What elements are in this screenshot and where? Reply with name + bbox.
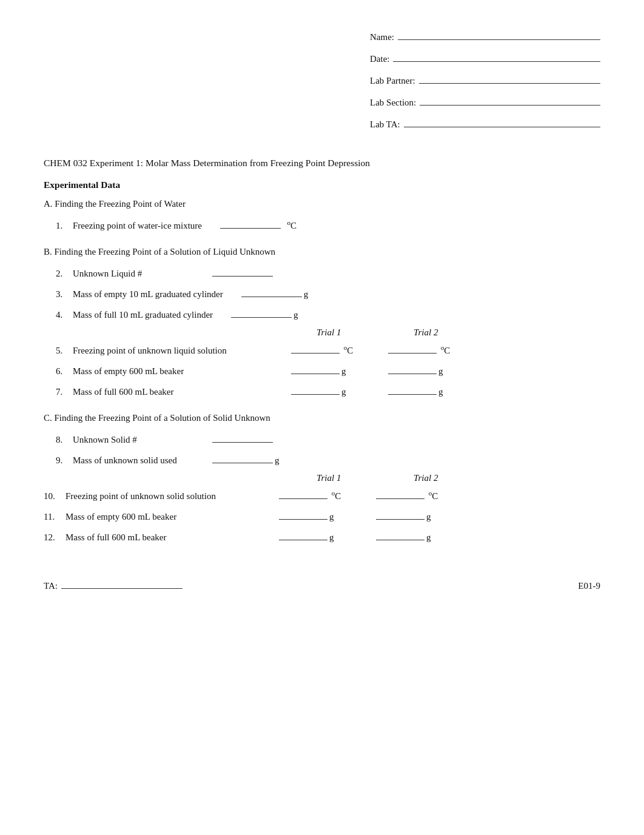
item2-blank[interactable] <box>212 266 273 277</box>
item11-trial2-blank[interactable] <box>376 509 424 520</box>
item1-blank[interactable] <box>220 218 281 229</box>
item1-row: 1. Freezing point of water-ice mixture o… <box>44 218 600 231</box>
item4-blank[interactable] <box>231 307 292 318</box>
lab-section-blank[interactable] <box>420 95 600 106</box>
item12-trial2-blank[interactable] <box>376 529 424 540</box>
item11-label: Mass of empty 600 mL beaker <box>65 512 279 522</box>
main-title: CHEM 032 Experiment 1: Molar Mass Determ… <box>44 158 600 169</box>
item6-num: 6. <box>56 366 73 377</box>
item10-fields: oC oC <box>279 488 473 501</box>
item10-num: 10. <box>44 491 65 501</box>
item3-blank[interactable] <box>241 286 302 297</box>
item1-unit: oC <box>283 219 297 231</box>
item7-row: 7. Mass of full 600 mL beaker g g <box>44 384 600 397</box>
lab-partner-blank[interactable] <box>419 73 600 84</box>
item6-trial2-field: g <box>388 363 485 377</box>
item1-num: 1. <box>56 221 73 231</box>
item9-blank[interactable] <box>212 452 273 463</box>
item10-label: Freezing point of unknown solid solution <box>65 491 279 501</box>
item6-trial1-field: g <box>291 363 388 377</box>
item11-num: 11. <box>44 512 65 522</box>
item12-trial2-field: g <box>376 529 473 543</box>
item6-trial1-unit: g <box>341 366 346 377</box>
item6-trial2-blank[interactable] <box>388 363 437 374</box>
date-blank[interactable] <box>393 51 600 62</box>
item7-num: 7. <box>56 387 73 397</box>
item4-num: 4. <box>56 310 73 320</box>
item12-trial1-field: g <box>279 529 376 543</box>
item4-label: Mass of full 10 mL graduated cylinder <box>73 310 213 320</box>
item11-fields: g g <box>279 509 473 522</box>
item10-trial2-blank[interactable] <box>376 488 424 499</box>
item5-trial1-blank[interactable] <box>291 343 340 354</box>
name-field-row: Name: <box>370 29 600 42</box>
section-b-trial1-label: Trial 1 <box>317 327 414 338</box>
item5-trial2-field: oC <box>388 343 485 356</box>
lab-section-label: Lab Section: <box>370 98 416 108</box>
title-bold: CHEM 032 Experiment 1 <box>44 158 141 168</box>
date-field-row: Date: <box>370 51 600 64</box>
lab-ta-field-row: Lab TA: <box>370 116 600 130</box>
item9-row: 9. Mass of unknown solid used g <box>44 452 600 466</box>
header-fields: Name: Date: Lab Partner: Lab Section: La… <box>44 29 600 138</box>
item5-row: 5. Freezing point of unknown liquid solu… <box>44 343 600 356</box>
lab-section-field-row: Lab Section: <box>370 95 600 108</box>
lab-ta-blank[interactable] <box>404 116 600 127</box>
item7-trial1-blank[interactable] <box>291 384 340 395</box>
item11-trial2-field: g <box>376 509 473 522</box>
item12-row: 12. Mass of full 600 mL beaker g g <box>44 529 600 543</box>
section-b-trial-header: Trial 1 Trial 2 <box>44 327 600 338</box>
section-c-trial1-label: Trial 1 <box>317 473 414 483</box>
title-normal: : Molar Mass Determination from Freezing… <box>141 158 370 168</box>
section-c-title: C. Finding the Freezing Point of a Solut… <box>44 413 600 423</box>
lab-partner-label: Lab Partner: <box>370 76 415 86</box>
footer-ta-label: TA: <box>44 581 58 591</box>
item2-fields <box>212 266 273 277</box>
item7-trial2-field: g <box>388 384 485 397</box>
item10-trial1-field: oC <box>279 488 376 501</box>
item5-trial2-blank[interactable] <box>388 343 437 354</box>
item8-row: 8. Unknown Solid # <box>44 432 600 445</box>
lab-ta-label: Lab TA: <box>370 119 400 130</box>
lab-partner-field-row: Lab Partner: <box>370 73 600 86</box>
name-blank[interactable] <box>398 29 600 40</box>
item1-fields: oC <box>220 218 297 231</box>
footer-ta-blank[interactable] <box>61 578 183 589</box>
item10-trial1-blank[interactable] <box>279 488 327 499</box>
item7-label: Mass of full 600 mL beaker <box>73 387 291 397</box>
item5-label: Freezing point of unknown liquid solutio… <box>73 346 291 356</box>
item7-trial2-unit: g <box>438 387 443 397</box>
item3-label: Mass of empty 10 mL graduated cylinder <box>73 289 223 300</box>
date-label: Date: <box>370 54 389 64</box>
item12-trial1-blank[interactable] <box>279 529 327 540</box>
item3-row: 3. Mass of empty 10 mL graduated cylinde… <box>44 286 600 300</box>
item11-trial1-field: g <box>279 509 376 522</box>
section-a-title: A. Finding the Freezing Point of Water <box>44 199 600 209</box>
item6-fields: g g <box>291 363 485 377</box>
footer-ta-row: TA: <box>44 578 183 591</box>
item7-trial2-blank[interactable] <box>388 384 437 395</box>
item4-row: 4. Mass of full 10 mL graduated cylinder… <box>44 307 600 320</box>
item5-trial1-unit: oC <box>341 344 353 356</box>
item5-num: 5. <box>56 346 73 356</box>
item3-unit: g <box>304 289 309 300</box>
experimental-data-heading: Experimental Data <box>44 179 600 190</box>
item9-unit: g <box>275 455 280 466</box>
item5-trial2-unit: oC <box>438 344 450 356</box>
item8-blank[interactable] <box>212 432 273 443</box>
item3-num: 3. <box>56 289 73 300</box>
item12-trial1-unit: g <box>329 532 334 543</box>
item9-num: 9. <box>56 455 73 466</box>
item5-fields: oC oC <box>291 343 485 356</box>
item6-trial1-blank[interactable] <box>291 363 340 374</box>
item3-fields: g <box>241 286 309 300</box>
item12-label: Mass of full 600 mL beaker <box>65 532 279 543</box>
item9-label: Mass of unknown solid used <box>73 455 194 466</box>
item2-label: Unknown Liquid # <box>73 269 194 279</box>
item7-trial1-field: g <box>291 384 388 397</box>
item4-unit: g <box>293 310 298 320</box>
item12-fields: g g <box>279 529 473 543</box>
item11-trial1-unit: g <box>329 512 334 522</box>
item11-trial2-unit: g <box>426 512 431 522</box>
item11-trial1-blank[interactable] <box>279 509 327 520</box>
